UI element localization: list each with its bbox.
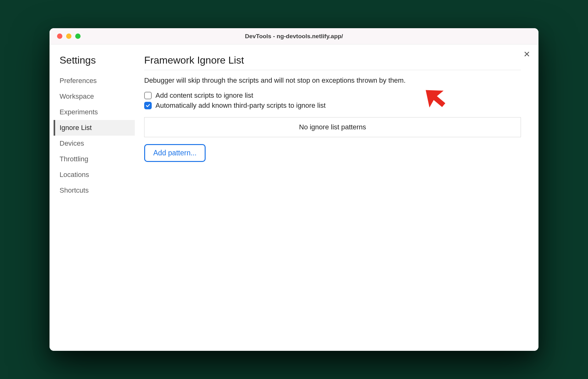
checkbox-row: Automatically add known third-party scri… [144, 101, 521, 110]
sidebar-item-throttling[interactable]: Throttling [54, 151, 135, 167]
checkbox-third-party-scripts[interactable] [144, 102, 152, 109]
settings-panel: ✕ Settings PreferencesWorkspaceExperimen… [50, 44, 538, 351]
close-panel-button[interactable]: ✕ [523, 50, 530, 58]
add-pattern-button[interactable]: Add pattern... [144, 144, 206, 162]
checkbox-label[interactable]: Automatically add known third-party scri… [155, 101, 326, 110]
sidebar-item-workspace[interactable]: Workspace [54, 89, 135, 104]
ignore-list-empty: No ignore list patterns [144, 117, 521, 137]
minimize-window-button[interactable] [66, 34, 71, 39]
page-description: Debugger will skip through the scripts a… [144, 76, 521, 85]
window-titlebar: DevTools - ng-devtools.netlify.app/ [50, 28, 538, 44]
sidebar-item-locations[interactable]: Locations [54, 167, 135, 183]
devtools-window: DevTools - ng-devtools.netlify.app/ ✕ Se… [50, 28, 538, 351]
settings-main: Framework Ignore List Debugger will skip… [135, 44, 538, 351]
sidebar-item-shortcuts[interactable]: Shortcuts [54, 183, 135, 198]
page-title: Framework Ignore List [144, 55, 521, 70]
checkbox-content-scripts[interactable] [144, 92, 152, 99]
traffic-lights [50, 34, 81, 39]
settings-sidebar: Settings PreferencesWorkspaceExperiments… [50, 44, 135, 351]
window-title: DevTools - ng-devtools.netlify.app/ [50, 33, 538, 40]
maximize-window-button[interactable] [75, 34, 81, 39]
sidebar-title: Settings [55, 55, 135, 66]
sidebar-item-ignore-list[interactable]: Ignore List [54, 120, 135, 136]
sidebar-item-devices[interactable]: Devices [54, 136, 135, 151]
close-window-button[interactable] [57, 34, 62, 39]
sidebar-item-experiments[interactable]: Experiments [54, 104, 135, 120]
checkbox-label[interactable]: Add content scripts to ignore list [155, 91, 253, 100]
checkbox-row: Add content scripts to ignore list [144, 91, 521, 100]
sidebar-item-preferences[interactable]: Preferences [54, 73, 135, 89]
